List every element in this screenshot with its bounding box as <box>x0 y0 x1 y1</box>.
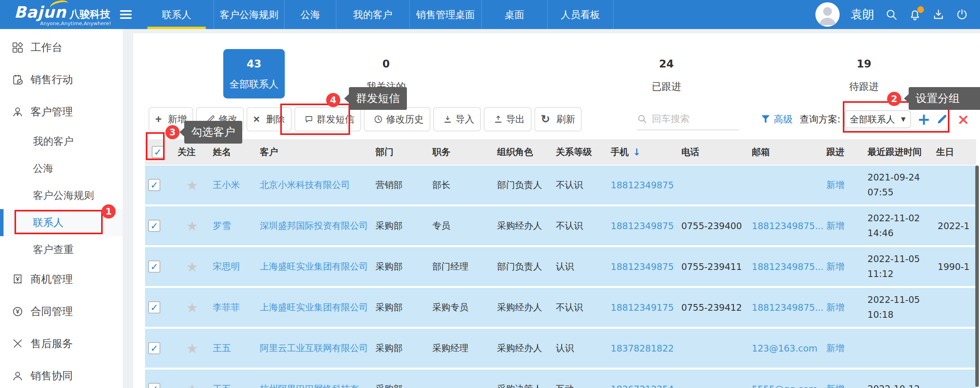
column-header[interactable]: 姓名 ↓ <box>210 146 257 158</box>
toolbar-button[interactable]: 修改历史 <box>364 107 430 131</box>
delete-scheme-button[interactable]: × <box>957 112 970 127</box>
nav-tab[interactable]: 我的客户 <box>336 0 410 29</box>
avatar[interactable] <box>815 2 840 27</box>
star-icon[interactable]: ★ <box>186 218 198 234</box>
sidebar-item[interactable]: 客户查重 <box>0 236 123 263</box>
column-header[interactable]: 组织角色 ↓ <box>494 146 553 158</box>
sidebar-item[interactable]: 商机管理 <box>0 263 123 295</box>
customer-link[interactable]: 上海盛旺实业集团有限公司 <box>257 301 372 313</box>
stat-filter[interactable]: 19 待跟进 <box>843 49 885 101</box>
search-icon[interactable] <box>885 8 898 21</box>
row-checkbox[interactable]: ✓ <box>148 220 160 232</box>
table-row[interactable]: ✓ ★ 李菲菲 上海盛旺实业集团有限公司 采购部 采购专员 采购经办人 不认识 … <box>145 288 976 327</box>
star-icon[interactable]: ★ <box>186 177 198 193</box>
query-scheme-select[interactable]: 全部联系人 ▼ <box>844 110 911 128</box>
sidebar-item[interactable]: 合同管理 <box>0 295 123 328</box>
column-header[interactable]: 客户 ↓ <box>257 146 372 158</box>
contact-name-link[interactable]: 王五 <box>210 383 257 388</box>
nav-tab[interactable]: 客户公海规则 <box>214 0 285 29</box>
email-link[interactable]: 18812349875... <box>749 302 823 313</box>
table-row[interactable]: ✓ ★ 王五 阿里云工业互联网有限公司 采购部 采购经理 采购经办人 认识 18… <box>145 329 976 368</box>
sidebar-item[interactable]: 客户公海规则 <box>0 182 123 209</box>
contact-name-link[interactable]: 李菲菲 <box>210 301 257 313</box>
sidebar-item[interactable]: 我的客户 <box>0 128 123 155</box>
follow-up-link[interactable]: 新增 <box>823 342 864 354</box>
sidebar-item[interactable]: 销售协同 <box>0 360 123 388</box>
stat-filter[interactable]: 43 全部联系人 <box>223 49 285 98</box>
sidebar-item[interactable]: 客户管理 <box>0 96 123 128</box>
nav-tab[interactable]: 人员看板 <box>548 0 613 29</box>
sort-desc-icon[interactable]: ↓ <box>633 147 641 158</box>
user-name[interactable]: 袁朗 <box>851 7 874 23</box>
contact-name-link[interactable]: 王五 <box>210 342 257 354</box>
customer-link[interactable]: 杭州阿里巴巴网络科技有... <box>257 383 372 388</box>
mobile-link[interactable]: 18378281822 <box>608 343 678 353</box>
stat-filter[interactable]: 24 已跟进 <box>646 49 688 101</box>
star-icon[interactable]: ★ <box>186 259 198 275</box>
column-header[interactable]: 关注 ↓ <box>174 146 210 158</box>
bell-icon[interactable] <box>909 8 921 21</box>
star-icon[interactable]: ★ <box>186 300 198 315</box>
column-header[interactable]: 跟进 ↓ <box>823 146 864 158</box>
edit-scheme-button[interactable] <box>936 113 948 125</box>
row-checkbox[interactable]: ✓ <box>148 260 160 273</box>
sidebar-item[interactable]: 销售行动 <box>0 64 123 96</box>
follow-up-link[interactable]: 新增 <box>823 301 864 313</box>
follow-up-link[interactable]: 新增 <box>823 220 864 232</box>
add-scheme-button[interactable]: + <box>917 111 931 127</box>
row-checkbox[interactable]: ✓ <box>148 179 160 191</box>
row-checkbox[interactable]: ✓ <box>148 301 160 313</box>
power-icon[interactable] <box>956 8 968 21</box>
column-header[interactable]: 部门 ↓ <box>372 146 429 158</box>
customer-link[interactable]: 阿里云工业互联网有限公司 <box>257 342 372 354</box>
email-link[interactable]: 5555@qq.com <box>749 384 823 388</box>
menu-toggle-icon[interactable] <box>120 8 132 21</box>
row-checkbox[interactable]: ✓ <box>148 342 160 354</box>
follow-up-link[interactable]: 新增 <box>823 179 864 191</box>
column-header[interactable]: 生日 ↓ <box>933 146 976 158</box>
contact-name-link[interactable]: 王小米 <box>210 179 257 191</box>
nav-tab[interactable]: 桌面 <box>482 0 548 29</box>
column-header[interactable]: 电话 ↓ <box>678 146 749 158</box>
column-header[interactable]: 关系等级 ↓ <box>553 146 608 158</box>
customer-link[interactable]: 北京小米科技有限公司 <box>257 179 372 191</box>
column-header[interactable]: 邮箱 ↓ <box>749 146 823 158</box>
contact-name-link[interactable]: 罗雪 <box>210 220 257 232</box>
customer-link[interactable]: 上海盛旺实业集团有限公司 <box>257 260 372 273</box>
table-row[interactable]: ✓ ★ 罗雪 深圳盛邦国际投资有限公司 采购部 专员 采购经办人 不认识 188… <box>145 206 976 245</box>
mobile-link[interactable]: 18812349175 <box>608 302 678 313</box>
table-row[interactable]: ✓ ★ 宋思明 上海盛旺实业集团有限公司 采购部 部门经理 部门负责人 认识 1… <box>145 247 976 286</box>
filter-funnel-icon[interactable] <box>760 113 771 125</box>
toolbar-button[interactable]: ↻ 刷新 <box>534 107 582 131</box>
toolbar-button[interactable]: × 删除 <box>247 107 291 131</box>
sidebar-item[interactable]: 售后服务 <box>0 328 123 360</box>
nav-tab[interactable]: 联系人 <box>140 0 214 29</box>
star-icon[interactable]: ★ <box>186 341 198 356</box>
table-row[interactable]: ✓ ★ 王小米 北京小米科技有限公司 营销部 部长 部门负责人 不认识 1881… <box>145 166 976 204</box>
sidebar-item[interactable]: 工作台 <box>0 31 123 64</box>
toolbar-button[interactable]: 导入 <box>433 107 481 131</box>
nav-tab[interactable]: 公海 <box>285 0 336 29</box>
mobile-link[interactable]: 18812349875 <box>608 262 678 272</box>
vertical-scrollbar[interactable] <box>975 166 979 387</box>
advanced-search-link[interactable]: 高级 <box>774 113 793 126</box>
contact-name-link[interactable]: 宋思明 <box>210 260 257 273</box>
nav-tab[interactable]: 销售管理桌面 <box>410 0 482 29</box>
mobile-link[interactable]: 18812349875 <box>608 180 678 190</box>
sidebar-item[interactable]: 公海 <box>0 155 123 182</box>
column-header[interactable]: 最近跟进时间 ↓ <box>864 146 933 158</box>
mobile-link[interactable]: 18812349875 <box>608 221 678 231</box>
star-icon[interactable]: ★ <box>186 381 198 388</box>
email-link[interactable]: 18812349875... <box>749 262 823 272</box>
select-all-checkbox[interactable]: ✓ <box>152 146 164 158</box>
toolbar-button[interactable]: 导出 <box>484 107 532 131</box>
table-row[interactable]: ✓ ★ 王五 杭州阿里巴巴网络科技有... 采购部 采购决策人 互动 18367… <box>145 370 976 388</box>
column-header[interactable]: 职务 ↓ <box>429 146 494 158</box>
follow-up-link[interactable]: 新增 <box>823 383 864 388</box>
email-link[interactable]: 18812349875... <box>749 221 823 231</box>
row-checkbox[interactable]: ✓ <box>148 383 160 388</box>
email-link[interactable]: 123@163.com <box>749 343 823 353</box>
mobile-link[interactable]: 18367212354 <box>608 384 678 388</box>
customer-link[interactable]: 深圳盛邦国际投资有限公司 <box>257 220 372 232</box>
search-input[interactable]: 回车搜索 <box>637 108 739 130</box>
